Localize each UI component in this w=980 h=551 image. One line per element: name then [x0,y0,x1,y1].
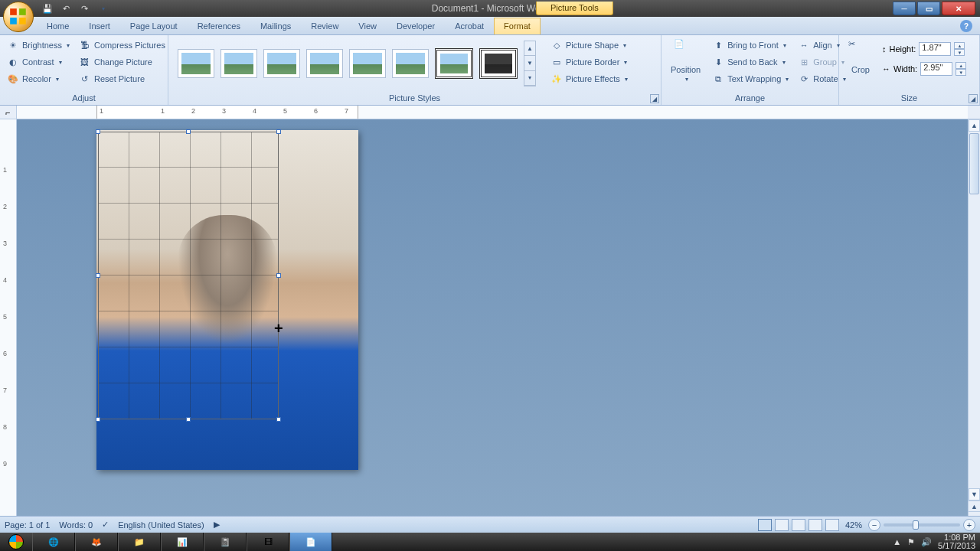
tab-developer[interactable]: Developer [387,18,445,34]
style-thumb-selected[interactable] [435,48,473,79]
taskbar-word[interactable]: 📄 [289,533,332,551]
qat-customize-icon[interactable] [95,2,110,15]
picture-effects-button[interactable]: ✨Picture Effects [548,71,630,86]
spin-down-icon[interactable]: ▼ [956,69,966,76]
status-words[interactable]: Words: 0 [59,520,93,530]
zoom-slider[interactable] [884,523,960,527]
wrap-label: Text Wrapping [727,74,781,83]
tray-show-hidden-icon[interactable]: ▲ [893,537,901,546]
spin-down-icon[interactable]: ▼ [954,49,965,56]
tray-volume-icon[interactable]: 🔊 [921,537,932,547]
status-page[interactable]: Page: 1 of 1 [5,520,50,530]
tab-mailings[interactable]: Mailings [250,18,301,34]
tab-format[interactable]: Format [494,18,541,34]
zoom-in-button[interactable]: + [963,519,975,531]
puzzle-overlay-picture[interactable] [98,132,279,419]
gallery-more-icon[interactable]: ▾ [524,71,535,86]
redo-icon[interactable]: ↷ [77,2,92,15]
minimize-button[interactable]: ─ [893,2,916,15]
taskbar-media[interactable]: 🎞 [247,533,289,551]
change-picture-button[interactable]: 🖼Change Picture [77,54,168,70]
taskbar-firefox[interactable]: 🦊 [75,533,118,551]
horizontal-ruler[interactable]: 1 1 2 3 4 5 6 7 [17,106,968,119]
scroll-down-icon[interactable]: ▼ [969,488,980,500]
view-print-layout-button[interactable] [758,519,772,531]
spin-up-icon[interactable]: ▲ [954,42,965,49]
help-icon[interactable]: ? [960,20,972,32]
width-input[interactable]: 2.95" [920,62,952,76]
view-full-screen-button[interactable] [775,519,789,531]
scroll-up-icon[interactable]: ▲ [969,119,980,132]
gallery-down-icon[interactable]: ▼ [524,56,535,70]
proofing-icon[interactable]: ✓ [102,520,109,530]
quick-access-toolbar: 💾 ↶ ↷ [37,2,110,15]
zoom-out-button[interactable]: − [868,519,880,531]
style-thumb[interactable] [263,49,300,78]
tab-page-layout[interactable]: Page Layout [120,18,188,34]
picture-styles-launcher[interactable]: ◢ [650,94,659,103]
macro-icon[interactable]: ▶ [214,520,220,530]
style-thumb[interactable] [392,49,429,78]
send-to-back-button[interactable]: ⬇Send to Back [710,54,791,70]
compress-pictures-button[interactable]: 🗜Compress Pictures [77,37,168,53]
prev-page-icon[interactable]: ▲ [969,500,980,511]
reset-picture-button[interactable]: ↺Reset Picture [77,71,168,86]
style-thumb[interactable] [479,48,518,79]
ruler-tick: 1 [161,107,165,115]
taskbar-notepad[interactable]: 📓 [204,533,247,551]
tab-selector[interactable]: ⌐ [0,106,17,119]
spin-up-icon[interactable]: ▲ [956,62,966,69]
size-launcher[interactable]: ◢ [969,94,978,103]
tab-references[interactable]: References [188,18,250,34]
gallery-up-icon[interactable]: ▲ [524,41,535,56]
tab-home[interactable]: Home [37,18,79,34]
taskbar-chrome[interactable]: 🌐 [32,533,75,551]
gallery-scroll: ▲ ▼ ▾ [524,41,536,86]
view-draft-button[interactable] [825,519,839,531]
effects-label: Picture Effects [566,74,620,83]
tray-clock[interactable]: 1:08 PM 5/17/2013 [938,533,975,550]
ruler-row: ⌐ 1 1 2 3 4 5 6 7 [0,106,980,119]
ruler-tick: 2 [191,107,195,115]
office-button[interactable] [3,2,34,32]
undo-icon[interactable]: ↶ [58,2,74,15]
contrast-button[interactable]: ◐Contrast [5,54,72,70]
status-language[interactable]: English (United States) [118,520,204,530]
taskbar-excel[interactable]: 📊 [161,533,204,551]
tab-insert[interactable]: Insert [79,18,120,34]
save-icon[interactable]: 💾 [40,2,55,15]
position-button[interactable]: 📄 Position [666,37,705,84]
group-size: ✂ Crop ↕ Height: 1.87" ▲▼ ↔ Width: 2.95"… [839,35,980,105]
style-thumb[interactable] [349,49,386,78]
document-canvas[interactable]: + [17,119,980,533]
view-web-layout-button[interactable] [792,519,805,531]
style-thumb[interactable] [178,49,214,78]
text-wrapping-button[interactable]: ⧉Text Wrapping [710,71,791,86]
vertical-ruler[interactable]: 1 2 3 4 5 6 7 8 9 [0,119,17,533]
height-input[interactable]: 1.87" [919,42,951,56]
brightness-label: Brightness [22,41,62,50]
view-outline-button[interactable] [808,519,822,531]
picture-border-button[interactable]: ▭Picture Border [548,54,630,70]
bring-to-front-button[interactable]: ⬆Bring to Front [710,37,791,53]
style-thumb[interactable] [220,49,257,78]
zoom-level[interactable]: 42% [845,520,862,530]
group-adjust-label: Adjust [5,92,163,105]
recolor-button[interactable]: 🎨Recolor [5,71,72,86]
tab-view[interactable]: View [348,18,387,34]
send-back-icon: ⬇ [712,56,724,68]
crop-button[interactable]: ✂ Crop [844,37,877,76]
scroll-thumb[interactable] [969,133,979,194]
tab-acrobat[interactable]: Acrobat [445,18,494,34]
vertical-scrollbar[interactable]: ▲ ▼ ▲ ● ▼ [968,119,980,533]
tray-action-center-icon[interactable]: ⚑ [907,537,915,547]
taskbar-explorer[interactable]: 📁 [118,533,161,551]
zoom-slider-thumb[interactable] [913,520,919,530]
start-button[interactable] [0,533,32,551]
maximize-button[interactable]: ▭ [917,2,940,15]
picture-shape-button[interactable]: ◇Picture Shape [548,37,630,53]
style-thumb[interactable] [306,49,343,78]
brightness-button[interactable]: ☀Brightness [5,37,72,53]
close-button[interactable]: ✕ [942,2,975,15]
tab-review[interactable]: Review [301,18,348,34]
